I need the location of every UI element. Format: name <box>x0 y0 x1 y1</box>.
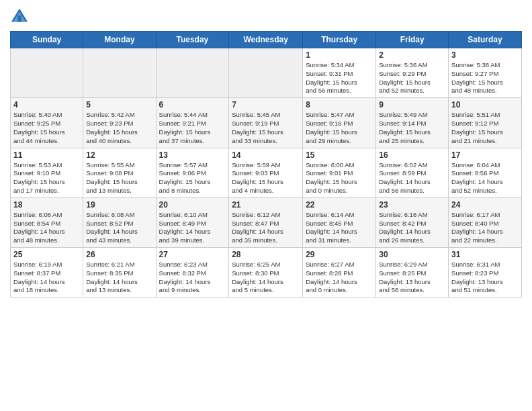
weekday-sunday: Sunday <box>11 32 83 48</box>
day-cell: 28Sunrise: 6:25 AMSunset: 8:30 PMDayligh… <box>229 248 303 298</box>
day-cell: 9Sunrise: 5:49 AMSunset: 9:14 PMDaylight… <box>376 98 449 148</box>
day-info: Sunrise: 6:29 AMSunset: 8:25 PMDaylight:… <box>379 261 445 295</box>
day-number: 24 <box>451 200 519 210</box>
day-info: Sunrise: 5:45 AMSunset: 9:19 PMDaylight:… <box>232 111 300 145</box>
day-info: Sunrise: 6:31 AMSunset: 8:23 PMDaylight:… <box>451 261 519 295</box>
day-cell: 27Sunrise: 6:23 AMSunset: 8:32 PMDayligh… <box>156 248 229 298</box>
day-info: Sunrise: 5:57 AMSunset: 9:06 PMDaylight:… <box>159 161 226 195</box>
day-number: 11 <box>13 150 80 160</box>
day-cell <box>11 48 83 98</box>
day-info: Sunrise: 6:12 AMSunset: 8:47 PMDaylight:… <box>232 211 300 245</box>
day-cell: 18Sunrise: 6:06 AMSunset: 8:54 PMDayligh… <box>11 197 83 247</box>
day-info: Sunrise: 6:21 AMSunset: 8:35 PMDaylight:… <box>86 261 152 295</box>
day-info: Sunrise: 5:53 AMSunset: 9:10 PMDaylight:… <box>13 161 80 195</box>
day-number: 16 <box>379 150 445 160</box>
day-info: Sunrise: 6:02 AMSunset: 8:59 PMDaylight:… <box>379 161 445 195</box>
weekday-tuesday: Tuesday <box>156 32 229 48</box>
weekday-thursday: Thursday <box>303 32 376 48</box>
day-number: 22 <box>306 200 373 210</box>
day-number: 8 <box>306 100 373 109</box>
day-cell: 12Sunrise: 5:55 AMSunset: 9:08 PMDayligh… <box>83 148 156 197</box>
week-row-5: 25Sunrise: 6:19 AMSunset: 8:37 PMDayligh… <box>11 248 522 298</box>
day-info: Sunrise: 5:59 AMSunset: 9:03 PMDaylight:… <box>232 161 300 195</box>
day-cell: 15Sunrise: 6:00 AMSunset: 9:01 PMDayligh… <box>303 148 376 197</box>
day-cell: 23Sunrise: 6:16 AMSunset: 8:42 PMDayligh… <box>376 197 449 247</box>
day-cell: 7Sunrise: 5:45 AMSunset: 9:19 PMDaylight… <box>229 98 303 148</box>
day-cell: 21Sunrise: 6:12 AMSunset: 8:47 PMDayligh… <box>229 197 303 247</box>
page: SundayMondayTuesdayWednesdayThursdayFrid… <box>0 0 532 411</box>
day-cell: 17Sunrise: 6:04 AMSunset: 8:56 PMDayligh… <box>449 148 522 197</box>
day-number: 29 <box>306 250 373 259</box>
day-info: Sunrise: 5:42 AMSunset: 9:23 PMDaylight:… <box>86 111 152 145</box>
day-info: Sunrise: 5:51 AMSunset: 9:12 PMDaylight:… <box>451 111 519 145</box>
day-cell: 31Sunrise: 6:31 AMSunset: 8:23 PMDayligh… <box>449 248 522 298</box>
day-info: Sunrise: 6:27 AMSunset: 8:28 PMDaylight:… <box>306 261 373 295</box>
day-info: Sunrise: 6:25 AMSunset: 8:30 PMDaylight:… <box>232 261 300 295</box>
weekday-friday: Friday <box>376 32 449 48</box>
day-number: 7 <box>232 100 300 109</box>
day-number: 17 <box>451 150 519 160</box>
day-info: Sunrise: 5:38 AMSunset: 9:27 PMDaylight:… <box>451 61 519 95</box>
day-cell: 22Sunrise: 6:14 AMSunset: 8:45 PMDayligh… <box>303 197 376 247</box>
logo <box>10 7 32 26</box>
day-cell: 24Sunrise: 6:17 AMSunset: 8:40 PMDayligh… <box>449 197 522 247</box>
day-cell: 5Sunrise: 5:42 AMSunset: 9:23 PMDaylight… <box>83 98 156 148</box>
day-cell: 19Sunrise: 6:08 AMSunset: 8:52 PMDayligh… <box>83 197 156 247</box>
day-cell: 3Sunrise: 5:38 AMSunset: 9:27 PMDaylight… <box>449 48 522 98</box>
day-number: 14 <box>232 150 300 160</box>
weekday-monday: Monday <box>83 32 156 48</box>
day-cell: 4Sunrise: 5:40 AMSunset: 9:25 PMDaylight… <box>11 98 83 148</box>
day-cell: 25Sunrise: 6:19 AMSunset: 8:37 PMDayligh… <box>11 248 83 298</box>
week-row-4: 18Sunrise: 6:06 AMSunset: 8:54 PMDayligh… <box>11 197 522 247</box>
day-cell: 13Sunrise: 5:57 AMSunset: 9:06 PMDayligh… <box>156 148 229 197</box>
day-info: Sunrise: 6:08 AMSunset: 8:52 PMDaylight:… <box>86 211 152 245</box>
day-number: 6 <box>159 100 226 109</box>
day-info: Sunrise: 5:40 AMSunset: 9:25 PMDaylight:… <box>13 111 80 145</box>
day-cell: 2Sunrise: 5:36 AMSunset: 9:29 PMDaylight… <box>376 48 449 98</box>
day-info: Sunrise: 5:34 AMSunset: 9:31 PMDaylight:… <box>306 61 373 95</box>
day-cell: 26Sunrise: 6:21 AMSunset: 8:35 PMDayligh… <box>83 248 156 298</box>
day-info: Sunrise: 6:10 AMSunset: 8:49 PMDaylight:… <box>159 211 226 245</box>
day-cell: 8Sunrise: 5:47 AMSunset: 9:16 PMDaylight… <box>303 98 376 148</box>
week-row-1: 1Sunrise: 5:34 AMSunset: 9:31 PMDaylight… <box>11 48 522 98</box>
weekday-saturday: Saturday <box>449 32 522 48</box>
day-cell <box>229 48 303 98</box>
day-number: 13 <box>159 150 226 160</box>
day-number: 18 <box>13 200 80 210</box>
day-cell: 11Sunrise: 5:53 AMSunset: 9:10 PMDayligh… <box>11 148 83 197</box>
day-cell <box>83 48 156 98</box>
day-cell: 10Sunrise: 5:51 AMSunset: 9:12 PMDayligh… <box>449 98 522 148</box>
day-info: Sunrise: 5:36 AMSunset: 9:29 PMDaylight:… <box>379 61 445 95</box>
svg-rect-2 <box>17 15 21 21</box>
logo-icon <box>10 7 29 26</box>
day-number: 2 <box>379 50 445 60</box>
day-number: 10 <box>451 100 519 109</box>
day-cell: 14Sunrise: 5:59 AMSunset: 9:03 PMDayligh… <box>229 148 303 197</box>
day-info: Sunrise: 5:49 AMSunset: 9:14 PMDaylight:… <box>379 111 445 145</box>
day-number: 28 <box>232 250 300 259</box>
week-row-2: 4Sunrise: 5:40 AMSunset: 9:25 PMDaylight… <box>11 98 522 148</box>
day-cell <box>156 48 229 98</box>
week-row-3: 11Sunrise: 5:53 AMSunset: 9:10 PMDayligh… <box>11 148 522 197</box>
day-number: 19 <box>86 200 152 210</box>
day-info: Sunrise: 6:16 AMSunset: 8:42 PMDaylight:… <box>379 211 445 245</box>
day-info: Sunrise: 6:17 AMSunset: 8:40 PMDaylight:… <box>451 211 519 245</box>
day-info: Sunrise: 6:04 AMSunset: 8:56 PMDaylight:… <box>451 161 519 195</box>
day-number: 9 <box>379 100 445 109</box>
weekday-header-row: SundayMondayTuesdayWednesdayThursdayFrid… <box>11 32 522 48</box>
weekday-wednesday: Wednesday <box>229 32 303 48</box>
day-info: Sunrise: 6:00 AMSunset: 9:01 PMDaylight:… <box>306 161 373 195</box>
day-number: 30 <box>379 250 445 259</box>
day-number: 21 <box>232 200 300 210</box>
day-info: Sunrise: 5:55 AMSunset: 9:08 PMDaylight:… <box>86 161 152 195</box>
day-info: Sunrise: 6:19 AMSunset: 8:37 PMDaylight:… <box>13 261 80 295</box>
day-number: 27 <box>159 250 226 259</box>
calendar: SundayMondayTuesdayWednesdayThursdayFrid… <box>10 31 522 298</box>
day-cell: 30Sunrise: 6:29 AMSunset: 8:25 PMDayligh… <box>376 248 449 298</box>
day-number: 3 <box>451 50 519 60</box>
day-info: Sunrise: 5:44 AMSunset: 9:21 PMDaylight:… <box>159 111 226 145</box>
day-cell: 6Sunrise: 5:44 AMSunset: 9:21 PMDaylight… <box>156 98 229 148</box>
day-info: Sunrise: 5:47 AMSunset: 9:16 PMDaylight:… <box>306 111 373 145</box>
day-number: 1 <box>306 50 373 60</box>
day-info: Sunrise: 6:23 AMSunset: 8:32 PMDaylight:… <box>159 261 226 295</box>
